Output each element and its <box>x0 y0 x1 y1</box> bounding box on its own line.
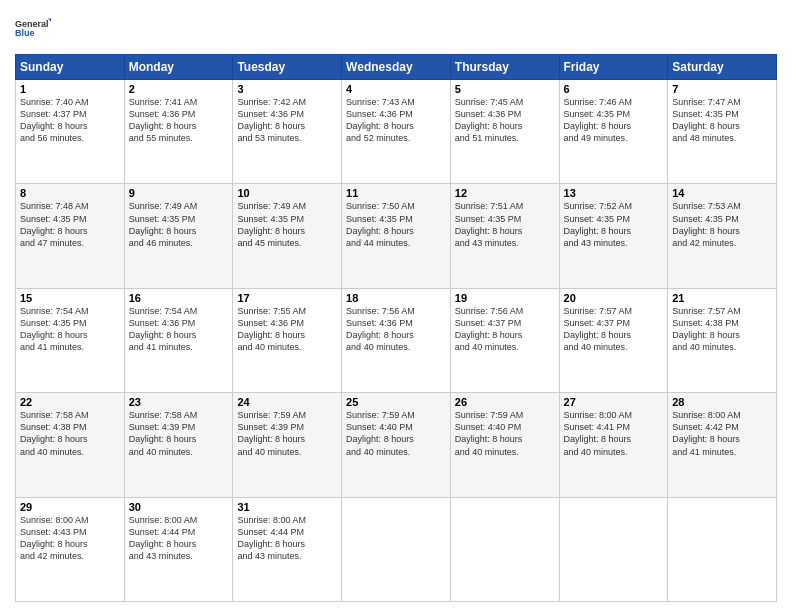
calendar-cell: 26Sunrise: 7:59 AM Sunset: 4:40 PM Dayli… <box>450 393 559 497</box>
calendar-cell: 7Sunrise: 7:47 AM Sunset: 4:35 PM Daylig… <box>668 80 777 184</box>
day-number: 12 <box>455 187 555 199</box>
day-info: Sunrise: 7:49 AM Sunset: 4:35 PM Dayligh… <box>237 200 337 249</box>
day-number: 11 <box>346 187 446 199</box>
day-info: Sunrise: 7:57 AM Sunset: 4:37 PM Dayligh… <box>564 305 664 354</box>
calendar-cell: 2Sunrise: 7:41 AM Sunset: 4:36 PM Daylig… <box>124 80 233 184</box>
day-number: 14 <box>672 187 772 199</box>
day-info: Sunrise: 7:57 AM Sunset: 4:38 PM Dayligh… <box>672 305 772 354</box>
day-number: 19 <box>455 292 555 304</box>
day-number: 16 <box>129 292 229 304</box>
day-number: 7 <box>672 83 772 95</box>
calendar-cell: 9Sunrise: 7:49 AM Sunset: 4:35 PM Daylig… <box>124 184 233 288</box>
day-info: Sunrise: 7:59 AM Sunset: 4:40 PM Dayligh… <box>455 409 555 458</box>
day-number: 4 <box>346 83 446 95</box>
day-info: Sunrise: 7:59 AM Sunset: 4:40 PM Dayligh… <box>346 409 446 458</box>
day-number: 18 <box>346 292 446 304</box>
calendar-cell: 30Sunrise: 8:00 AM Sunset: 4:44 PM Dayli… <box>124 497 233 601</box>
calendar-cell <box>342 497 451 601</box>
logo: General Blue <box>15 10 51 46</box>
day-info: Sunrise: 7:46 AM Sunset: 4:35 PM Dayligh… <box>564 96 664 145</box>
calendar-cell: 22Sunrise: 7:58 AM Sunset: 4:38 PM Dayli… <box>16 393 125 497</box>
calendar-cell: 18Sunrise: 7:56 AM Sunset: 4:36 PM Dayli… <box>342 288 451 392</box>
header: General Blue <box>15 10 777 46</box>
calendar-cell: 20Sunrise: 7:57 AM Sunset: 4:37 PM Dayli… <box>559 288 668 392</box>
calendar-week-1: 1Sunrise: 7:40 AM Sunset: 4:37 PM Daylig… <box>16 80 777 184</box>
calendar-cell: 13Sunrise: 7:52 AM Sunset: 4:35 PM Dayli… <box>559 184 668 288</box>
day-info: Sunrise: 7:49 AM Sunset: 4:35 PM Dayligh… <box>129 200 229 249</box>
calendar-cell: 24Sunrise: 7:59 AM Sunset: 4:39 PM Dayli… <box>233 393 342 497</box>
day-info: Sunrise: 8:00 AM Sunset: 4:44 PM Dayligh… <box>129 514 229 563</box>
day-number: 15 <box>20 292 120 304</box>
calendar-cell: 14Sunrise: 7:53 AM Sunset: 4:35 PM Dayli… <box>668 184 777 288</box>
calendar-header-saturday: Saturday <box>668 55 777 80</box>
day-number: 10 <box>237 187 337 199</box>
day-number: 22 <box>20 396 120 408</box>
calendar-cell: 6Sunrise: 7:46 AM Sunset: 4:35 PM Daylig… <box>559 80 668 184</box>
calendar-cell: 1Sunrise: 7:40 AM Sunset: 4:37 PM Daylig… <box>16 80 125 184</box>
calendar-week-3: 15Sunrise: 7:54 AM Sunset: 4:35 PM Dayli… <box>16 288 777 392</box>
calendar-cell: 8Sunrise: 7:48 AM Sunset: 4:35 PM Daylig… <box>16 184 125 288</box>
day-info: Sunrise: 7:56 AM Sunset: 4:36 PM Dayligh… <box>346 305 446 354</box>
calendar-cell: 10Sunrise: 7:49 AM Sunset: 4:35 PM Dayli… <box>233 184 342 288</box>
day-info: Sunrise: 8:00 AM Sunset: 4:41 PM Dayligh… <box>564 409 664 458</box>
calendar-cell: 11Sunrise: 7:50 AM Sunset: 4:35 PM Dayli… <box>342 184 451 288</box>
day-info: Sunrise: 8:00 AM Sunset: 4:44 PM Dayligh… <box>237 514 337 563</box>
day-info: Sunrise: 8:00 AM Sunset: 4:43 PM Dayligh… <box>20 514 120 563</box>
calendar-header-monday: Monday <box>124 55 233 80</box>
day-info: Sunrise: 7:48 AM Sunset: 4:35 PM Dayligh… <box>20 200 120 249</box>
day-number: 27 <box>564 396 664 408</box>
day-number: 28 <box>672 396 772 408</box>
day-info: Sunrise: 7:45 AM Sunset: 4:36 PM Dayligh… <box>455 96 555 145</box>
day-number: 5 <box>455 83 555 95</box>
day-info: Sunrise: 7:47 AM Sunset: 4:35 PM Dayligh… <box>672 96 772 145</box>
calendar-cell: 28Sunrise: 8:00 AM Sunset: 4:42 PM Dayli… <box>668 393 777 497</box>
day-number: 17 <box>237 292 337 304</box>
day-info: Sunrise: 7:58 AM Sunset: 4:39 PM Dayligh… <box>129 409 229 458</box>
calendar-header-friday: Friday <box>559 55 668 80</box>
calendar-header-wednesday: Wednesday <box>342 55 451 80</box>
day-number: 24 <box>237 396 337 408</box>
calendar-cell: 25Sunrise: 7:59 AM Sunset: 4:40 PM Dayli… <box>342 393 451 497</box>
calendar-cell: 23Sunrise: 7:58 AM Sunset: 4:39 PM Dayli… <box>124 393 233 497</box>
calendar-cell: 19Sunrise: 7:56 AM Sunset: 4:37 PM Dayli… <box>450 288 559 392</box>
day-number: 13 <box>564 187 664 199</box>
calendar-header-tuesday: Tuesday <box>233 55 342 80</box>
calendar-cell <box>559 497 668 601</box>
svg-text:General: General <box>15 19 49 29</box>
calendar-cell <box>668 497 777 601</box>
day-number: 8 <box>20 187 120 199</box>
day-info: Sunrise: 7:56 AM Sunset: 4:37 PM Dayligh… <box>455 305 555 354</box>
day-info: Sunrise: 7:52 AM Sunset: 4:35 PM Dayligh… <box>564 200 664 249</box>
svg-text:Blue: Blue <box>15 28 35 38</box>
day-info: Sunrise: 7:43 AM Sunset: 4:36 PM Dayligh… <box>346 96 446 145</box>
calendar-week-2: 8Sunrise: 7:48 AM Sunset: 4:35 PM Daylig… <box>16 184 777 288</box>
day-number: 6 <box>564 83 664 95</box>
day-info: Sunrise: 7:50 AM Sunset: 4:35 PM Dayligh… <box>346 200 446 249</box>
day-info: Sunrise: 7:54 AM Sunset: 4:35 PM Dayligh… <box>20 305 120 354</box>
day-info: Sunrise: 8:00 AM Sunset: 4:42 PM Dayligh… <box>672 409 772 458</box>
day-info: Sunrise: 7:40 AM Sunset: 4:37 PM Dayligh… <box>20 96 120 145</box>
calendar-week-4: 22Sunrise: 7:58 AM Sunset: 4:38 PM Dayli… <box>16 393 777 497</box>
day-info: Sunrise: 7:51 AM Sunset: 4:35 PM Dayligh… <box>455 200 555 249</box>
calendar-cell: 5Sunrise: 7:45 AM Sunset: 4:36 PM Daylig… <box>450 80 559 184</box>
calendar-header-row: SundayMondayTuesdayWednesdayThursdayFrid… <box>16 55 777 80</box>
calendar-week-5: 29Sunrise: 8:00 AM Sunset: 4:43 PM Dayli… <box>16 497 777 601</box>
calendar-cell: 29Sunrise: 8:00 AM Sunset: 4:43 PM Dayli… <box>16 497 125 601</box>
calendar-cell: 16Sunrise: 7:54 AM Sunset: 4:36 PM Dayli… <box>124 288 233 392</box>
calendar: SundayMondayTuesdayWednesdayThursdayFrid… <box>15 54 777 602</box>
day-number: 1 <box>20 83 120 95</box>
day-info: Sunrise: 7:53 AM Sunset: 4:35 PM Dayligh… <box>672 200 772 249</box>
day-info: Sunrise: 7:41 AM Sunset: 4:36 PM Dayligh… <box>129 96 229 145</box>
day-number: 3 <box>237 83 337 95</box>
day-number: 9 <box>129 187 229 199</box>
calendar-cell: 4Sunrise: 7:43 AM Sunset: 4:36 PM Daylig… <box>342 80 451 184</box>
day-number: 26 <box>455 396 555 408</box>
day-number: 20 <box>564 292 664 304</box>
day-info: Sunrise: 7:55 AM Sunset: 4:36 PM Dayligh… <box>237 305 337 354</box>
day-number: 29 <box>20 501 120 513</box>
day-number: 21 <box>672 292 772 304</box>
calendar-header-thursday: Thursday <box>450 55 559 80</box>
calendar-cell: 3Sunrise: 7:42 AM Sunset: 4:36 PM Daylig… <box>233 80 342 184</box>
day-info: Sunrise: 7:42 AM Sunset: 4:36 PM Dayligh… <box>237 96 337 145</box>
calendar-cell: 21Sunrise: 7:57 AM Sunset: 4:38 PM Dayli… <box>668 288 777 392</box>
